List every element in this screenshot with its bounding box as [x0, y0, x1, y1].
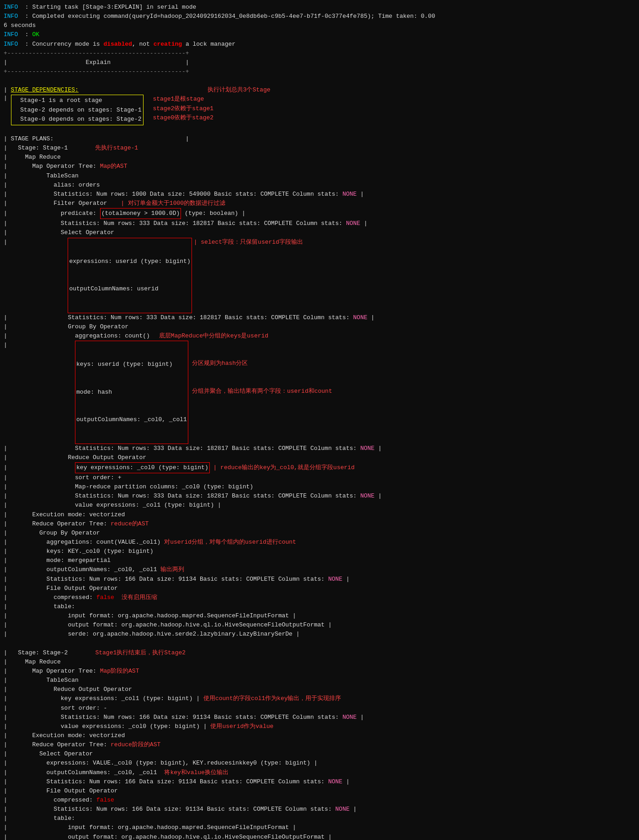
agg-reduce-1: | aggregations: count(VALUE._col1)对useri… [4, 538, 635, 547]
exec-mode-2: | Execution mode: vectorized [4, 731, 635, 740]
key-expr-line: | key expressions: _col0 (type: bigint) … [4, 462, 635, 473]
compressed-2: | compressed: false [4, 796, 635, 805]
keys-box-line: | keys: userid (type: bigint) mode: hash… [4, 341, 635, 444]
groupby-reduce-1: | Group By Operator [4, 529, 635, 538]
stats-1: | Statistics: Num rows: 1000 Data size: … [4, 190, 635, 199]
mapred-partition-1: | Map-reduce partition columns: _col0 (t… [4, 482, 635, 492]
reduce-op-tree-2: | Reduce Operator Tree: reduce阶段的AST [4, 740, 635, 749]
stats-reduce-grp-1: | Statistics: Num rows: 166 Data size: 9… [4, 575, 635, 584]
reduce-output-op-1: | Reduce Output Operator [4, 453, 635, 462]
sort-order-2: | sort order: - [4, 704, 635, 713]
stats-reduce-1: | Statistics: Num rows: 333 Data size: 1… [4, 492, 635, 501]
output-select-2: | outputColumnNames: _col0, _col1将key和va… [4, 768, 635, 777]
table-1: | table: [4, 602, 635, 611]
predicate-box: (totalmoney > 1000.0D) [100, 208, 181, 219]
info-line-1: INFO : Starting task [Stage-3:EXPLAIN] i… [4, 3, 635, 12]
stage-dep-1: Stage-1 is a root stage [13, 96, 142, 105]
stats-select-2: | Statistics: Num rows: 166 Data size: 9… [4, 777, 635, 786]
compressed-1: | compressed: false没有启用压缩 [4, 593, 635, 602]
reduce-op-tree-1: | Reduce Operator Tree: reduce的AST [4, 519, 635, 529]
stats-map-2: | Statistics: Num rows: 166 Data size: 9… [4, 713, 635, 722]
keys-line1: keys: userid (type: bigint) [76, 360, 187, 369]
divider-top: +---------------------------------------… [4, 49, 635, 58]
stage-stage2: | Stage: Stage-2Stage1执行结束后，执行Stage2 [4, 648, 635, 658]
keys-line2: mode: hash [76, 388, 187, 397]
serde-1: | serde: org.apache.hadoop.hive.serde2.l… [4, 630, 635, 639]
map-reduce-1: | Map Reduce [4, 153, 635, 162]
stats-file-2: | Statistics: Num rows: 166 Data size: 9… [4, 805, 635, 814]
terminal-output: INFO : Starting task [Stage-3:EXPLAIN] i… [4, 3, 635, 840]
ann-output: 分组并聚合，输出结果有两个字段：userid和count [192, 387, 332, 396]
expressions-line: | expressions: userid (type: bigint) out… [4, 238, 635, 313]
empty-line-1 [4, 76, 635, 86]
info-line-3: INFO : OK [4, 30, 635, 39]
table-2: | table: [4, 814, 635, 823]
tablescan-2: | TableScan [4, 676, 635, 685]
annotation-stage2: stage2依赖于stage1 [153, 104, 213, 113]
stage-stage1: | Stage: Stage-1先执行stage-1 [4, 144, 635, 153]
groupby-op-1: | Group By Operator [4, 322, 635, 332]
value-expr-2: | value expressions: _col0 (type: bigint… [4, 722, 635, 731]
empty-line-3 [4, 639, 635, 648]
expr-line1: expressions: userid (type: bigint) [69, 257, 190, 266]
output-format-2: | output format: org.apache.hadoop.hive.… [4, 833, 635, 840]
stage-dep-3: Stage-0 depends on stages: Stage-2 [13, 115, 142, 124]
divider-mid: +---------------------------------------… [4, 67, 635, 76]
mode-reduce-1: | mode: mergepartial [4, 556, 635, 565]
keys-line3: outputColumnNames: _col0, _col1 [76, 415, 187, 424]
aggregations-1: | aggregations: count()底层MapReduce中分组的ke… [4, 332, 635, 341]
filter-op-1: | Filter Operator| 对订单金额大于1000的数据进行过滤 [4, 199, 635, 208]
input-format-1: | input format: org.apache.hadoop.mapred… [4, 611, 635, 621]
stage-dep-2: Stage-2 depends on stages: Stage-1 [13, 106, 142, 115]
info-line-2: INFO : Completed executing command(query… [4, 12, 635, 21]
stats-filter-1: | Statistics: Num rows: 333 Data size: 1… [4, 219, 635, 228]
stage-annotations: stage1是根stage stage2依赖于stage1 stage0依赖于s… [153, 95, 213, 122]
map-op-tree-1: | Map Operator Tree: Map的AST [4, 162, 635, 171]
input-format-2: | input format: org.apache.hadoop.mapred… [4, 823, 635, 832]
map-op-tree-2: | Map Operator Tree: Map阶段的AST [4, 667, 635, 676]
alias-1: | alias: orders [4, 181, 635, 190]
tablescan-1: | TableScan [4, 171, 635, 181]
empty-line-2 [4, 125, 635, 134]
exec-mode-1: | Execution mode: vectorized [4, 510, 635, 519]
select-op-2: | Select Operator [4, 749, 635, 759]
stage-deps-box: | Stage-1 is a root stage Stage-2 depend… [4, 95, 635, 125]
stage-deps-content: Stage-1 is a root stage Stage-2 depends … [11, 95, 144, 125]
keys-reduce-1: | keys: KEY._col0 (type: bigint) [4, 547, 635, 556]
output-reduce-1: | outputColumnNames: _col0, _col1 输出两列 [4, 565, 635, 574]
stage-deps-label: | STAGE DEPENDENCIES: 执行计划总共3个Stage [4, 86, 635, 95]
select-op-1: | Select Operator [4, 228, 635, 237]
output-format-1: | output format: org.apache.hadoop.hive.… [4, 621, 635, 630]
stats-groupby-1: | Statistics: Num rows: 333 Data size: 1… [4, 444, 635, 453]
predicate-line: | predicate: (totalmoney > 1000.0D) (typ… [4, 208, 635, 219]
explain-header: | Explain | [4, 58, 635, 67]
stage-plans-label: | STAGE PLANS: | [4, 134, 635, 144]
expr-select-2: | expressions: VALUE._col0 (type: bigint… [4, 759, 635, 768]
sort-order-1: | sort order: + [4, 473, 635, 482]
key-expr-box: key expressions: _col0 (type: bigint) [75, 462, 210, 473]
info-line-2b: 6 seconds [4, 21, 635, 30]
value-expr-1: | value expressions: _col1 (type: bigint… [4, 501, 635, 510]
reduce-output-op-2: | Reduce Output Operator [4, 685, 635, 694]
file-output-op-1: | File Output Operator [4, 584, 635, 593]
key-expr-2: | key expressions: _col1 (type: bigint) … [4, 694, 635, 703]
file-output-op-2: | File Output Operator [4, 786, 635, 796]
annotation-stage1: stage1是根stage [153, 95, 213, 104]
ann-hash: 分区规则为hash分区 [192, 359, 332, 368]
expressions-box: expressions: userid (type: bigint) outpu… [68, 238, 192, 313]
keys-box: keys: userid (type: bigint) mode: hash o… [75, 341, 188, 444]
annotation-stage0: stage0依赖于stage2 [153, 113, 213, 123]
map-reduce-2: | Map Reduce [4, 658, 635, 667]
stats-select-1: | Statistics: Num rows: 333 Data size: 1… [4, 313, 635, 322]
info-line-4: INFO : Concurrency mode is disabled, not… [4, 40, 635, 49]
keys-annotations: 分区规则为hash分区 分组并聚合，输出结果有两个字段：userid和count [192, 341, 332, 414]
expr-line2: outputColumnNames: userid [69, 284, 190, 294]
